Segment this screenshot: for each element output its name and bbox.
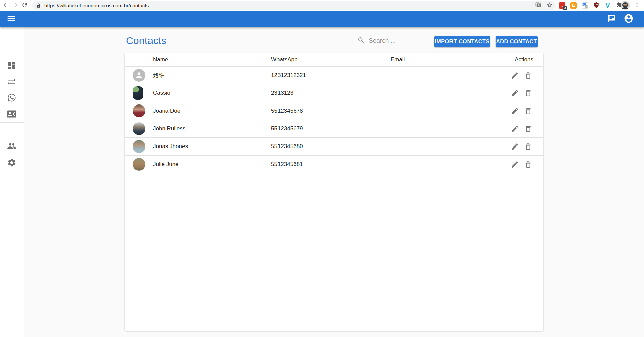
sidebar-item-settings[interactable] <box>4 156 19 171</box>
contact-avatar <box>133 86 143 100</box>
delete-trash-icon <box>524 160 532 169</box>
contacts-icon <box>7 109 16 120</box>
contact-name: Jonas Jhones <box>153 143 271 150</box>
import-contacts-button[interactable]: IMPORT CONTACTS <box>434 36 490 47</box>
google-translate-icon: G文 <box>582 2 588 9</box>
search-box <box>357 35 429 46</box>
contact-avatar <box>133 158 145 171</box>
add-contact-button[interactable]: ADD CONTACT <box>496 36 538 47</box>
svg-text:G: G <box>583 3 585 6</box>
https-lock-icon <box>36 3 41 8</box>
announcements-chat-button[interactable] <box>605 12 618 26</box>
extension-red-icon[interactable]: 3 <box>558 1 566 10</box>
table-row: 烙饼 12312312321 <box>125 67 543 84</box>
delete-contact-button[interactable] <box>523 141 533 152</box>
delete-contact-button[interactable] <box>523 159 533 170</box>
sidebar-item-users[interactable] <box>4 139 19 154</box>
contact-name: Joana Doe <box>153 108 271 114</box>
browser-forward-button[interactable] <box>10 1 19 10</box>
forward-icon <box>11 1 19 10</box>
rss-icon <box>570 2 577 9</box>
contact-avatar <box>133 122 145 135</box>
browser-reload-button[interactable] <box>20 1 29 10</box>
contact-whatsapp: 5512345681 <box>271 161 355 168</box>
edit-contact-button[interactable] <box>509 141 520 152</box>
tickets-swap-icon <box>7 77 16 88</box>
table-header-row: Name WhatsApp Email Actions <box>125 53 543 67</box>
header-email: Email <box>355 56 440 63</box>
kebab-menu-icon <box>634 2 640 9</box>
edit-contact-button[interactable] <box>509 106 520 116</box>
svg-text:UO: UO <box>595 4 598 6</box>
delete-contact-button[interactable] <box>523 106 533 116</box>
contact-whatsapp: 2313123 <box>271 90 355 96</box>
bookmark-star-icon[interactable] <box>546 2 553 10</box>
search-input[interactable] <box>369 37 426 44</box>
table-row: Joana Doe 5512345678 <box>125 102 543 120</box>
delete-trash-icon <box>524 142 532 151</box>
edit-contact-button[interactable] <box>509 88 520 98</box>
delete-contact-button[interactable] <box>523 70 533 81</box>
delete-trash-icon <box>524 125 532 133</box>
browser-profile-avatar[interactable] <box>621 1 630 10</box>
extension-translate-button[interactable]: G文 <box>581 1 589 10</box>
contact-avatar <box>133 104 145 117</box>
table-row: Julie June 5512345681 <box>125 156 543 173</box>
edit-pencil-icon <box>511 142 519 151</box>
extensions-area: 3 G文 UO V <box>558 0 624 11</box>
dashboard-icon <box>7 61 16 72</box>
edit-pencil-icon <box>511 107 519 115</box>
contact-whatsapp: 5512345680 <box>271 143 355 150</box>
delete-contact-button[interactable] <box>523 88 533 98</box>
sidebar-item-connections[interactable] <box>4 91 19 106</box>
translate-page-icon[interactable] <box>535 2 542 9</box>
browser-back-button[interactable] <box>1 1 10 10</box>
extension-badge: 3 <box>563 6 567 10</box>
table-row: Cassio 2313123 <box>125 84 543 102</box>
delete-trash-icon <box>524 89 532 97</box>
page-title: Contacts <box>126 35 166 46</box>
menu-toggle-button[interactable] <box>5 12 18 26</box>
contact-whatsapp: 5512345678 <box>271 108 355 114</box>
extension-rss-button[interactable] <box>569 1 578 10</box>
edit-pencil-icon <box>511 71 519 80</box>
contacts-table-card: Name WhatsApp Email Actions 烙饼 123123123… <box>125 53 543 331</box>
contact-name: John Rulless <box>153 125 271 132</box>
header-actions: Actions <box>440 56 543 63</box>
account-menu-button[interactable] <box>622 12 635 26</box>
edit-contact-button[interactable] <box>509 70 520 81</box>
delete-trash-icon <box>524 71 532 80</box>
person-icon <box>135 71 143 80</box>
contact-whatsapp: 12312312321 <box>271 72 355 79</box>
back-icon <box>2 1 9 10</box>
ninja-avatar-icon <box>621 1 630 10</box>
edit-contact-button[interactable] <box>509 123 520 134</box>
sidebar-item-dashboard[interactable] <box>4 59 19 74</box>
edit-contact-button[interactable] <box>509 159 520 170</box>
contact-avatar <box>133 140 145 153</box>
chat-icon <box>607 14 616 24</box>
delete-contact-button[interactable] <box>523 123 533 134</box>
contact-name: 烙饼 <box>153 72 271 79</box>
account-circle-icon <box>624 13 634 25</box>
table-row: John Rulless 5512345679 <box>125 120 543 138</box>
svg-text:文: 文 <box>585 5 587 8</box>
browser-menu-button[interactable] <box>632 1 641 10</box>
header-whatsapp: WhatsApp <box>271 56 355 63</box>
extension-vimeo-button[interactable]: V <box>603 1 612 10</box>
settings-gear-icon <box>7 158 16 169</box>
sidebar-item-tickets[interactable] <box>4 75 19 90</box>
sidebar <box>0 27 24 337</box>
sidebar-divider <box>0 122 24 123</box>
ublock-shield-icon: UO <box>593 2 599 9</box>
vimeo-icon: V <box>606 2 610 9</box>
extension-ublock-button[interactable]: UO <box>592 1 601 10</box>
hamburger-menu-icon <box>6 13 16 25</box>
sidebar-item-contacts[interactable] <box>4 107 19 122</box>
address-bar[interactable]: https://whaticket.economicros.com.br/con… <box>32 1 556 10</box>
edit-pencil-icon <box>511 125 519 133</box>
contact-name: Cassio <box>153 90 271 96</box>
table-row: Jonas Jhones 5512345680 <box>125 138 543 156</box>
whatsapp-icon <box>7 93 16 104</box>
edit-pencil-icon <box>511 89 519 97</box>
